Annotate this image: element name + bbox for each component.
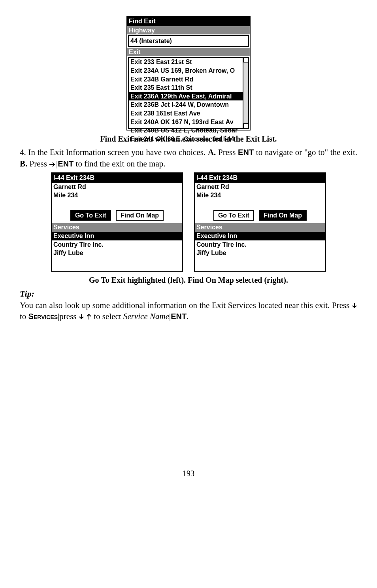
text: 4. In the Exit Information screen you ha… xyxy=(20,147,208,157)
page: Find Exit Highway 44 (Interstate) Exit E… xyxy=(20,16,357,479)
key-ent: ENT xyxy=(58,159,74,168)
list-item[interactable]: Exit 238 161st East Ave xyxy=(129,109,248,118)
list-item[interactable]: Jiffy Lube xyxy=(52,249,182,257)
arrow-right-icon xyxy=(49,162,56,167)
list-item[interactable]: Exit 240B US 412 E, Choteau, Siloar xyxy=(129,126,248,135)
find-on-map-button[interactable]: Find On Map xyxy=(116,210,164,221)
list-item[interactable]: Exit 234B Garnett Rd xyxy=(129,75,248,84)
services-list[interactable]: Executive Inn Country Tire Inc. Jiffy Lu… xyxy=(52,232,182,271)
list-item[interactable]: Exit 236A 129th Ave East, Admiral xyxy=(129,92,248,101)
text: Press xyxy=(216,147,238,157)
exit-list[interactable]: Exit 233 East 21st StExit 234A US 169, B… xyxy=(128,57,249,129)
figure-2: I-44 Exit 234B Garnett Rd Mile 234 Go To… xyxy=(20,172,357,272)
services-list[interactable]: Executive Inn Country Tire Inc. Jiffy Lu… xyxy=(195,232,325,271)
find-on-map-button[interactable]: Find On Map xyxy=(259,210,307,221)
services-label: Services xyxy=(195,223,325,232)
tip-heading: Tip: xyxy=(20,288,357,300)
text: to select xyxy=(92,312,123,321)
page-number: 193 xyxy=(20,468,357,479)
key-ent: ENT xyxy=(238,148,254,157)
mile-label: Mile 234 xyxy=(52,191,182,200)
exit-name: Garnett Rd xyxy=(52,183,182,191)
exit-label: Exit xyxy=(127,48,250,57)
text: to navigate or "go to" the exit. xyxy=(254,147,357,157)
go-to-exit-button[interactable]: Go To Exit xyxy=(213,210,254,221)
scrollbar[interactable] xyxy=(243,58,248,128)
text: B. xyxy=(20,159,27,168)
text: to xyxy=(20,312,28,321)
list-item[interactable]: Jiffy Lube xyxy=(195,249,325,257)
list-item[interactable]: Executive Inn xyxy=(52,232,182,240)
arrow-down-icon xyxy=(352,303,357,309)
key-services: Services xyxy=(28,312,58,321)
list-item[interactable]: Country Tire Inc. xyxy=(52,240,182,249)
scroll-up-icon[interactable] xyxy=(243,58,248,62)
exit-info-window-right: I-44 Exit 234B Garnett Rd Mile 234 Go To… xyxy=(194,172,326,272)
text: |press xyxy=(58,312,79,321)
list-item[interactable]: Executive Inn xyxy=(195,232,325,240)
key-ent: ENT xyxy=(171,312,187,321)
highway-label: Highway xyxy=(127,26,250,35)
mile-label: Mile 234 xyxy=(195,191,325,200)
arrow-up-icon xyxy=(86,314,92,320)
step-4-paragraph: 4. In the Exit Information screen you ha… xyxy=(20,147,357,169)
highway-field[interactable]: 44 (Interstate) xyxy=(128,35,249,47)
figure-1: Find Exit Highway 44 (Interstate) Exit E… xyxy=(20,16,357,130)
list-item[interactable]: Exit 234A US 169, Broken Arrow, O xyxy=(129,66,248,75)
window-title: Find Exit xyxy=(127,17,250,26)
services-label: Services xyxy=(52,223,182,232)
text: A. xyxy=(208,147,216,157)
text: Press xyxy=(27,159,49,168)
list-item[interactable]: Exit 236B Jct I-244 W, Downtown xyxy=(129,100,248,109)
window-title: I-44 Exit 234B xyxy=(52,173,182,183)
tip-body: You can also look up some additional inf… xyxy=(20,300,357,322)
list-item[interactable]: Exit 233 East 21st St xyxy=(129,58,248,66)
list-item[interactable]: Exit 235 East 11th St xyxy=(129,83,248,92)
text: to find the exit on the map. xyxy=(74,159,165,168)
window-title: I-44 Exit 234B xyxy=(195,173,325,183)
exit-name: Garnett Rd xyxy=(195,183,325,191)
exit-info-window-left: I-44 Exit 234B Garnett Rd Mile 234 Go To… xyxy=(51,172,183,272)
find-exit-window: Find Exit Highway 44 (Interstate) Exit E… xyxy=(126,16,251,130)
list-item[interactable]: Country Tire Inc. xyxy=(195,240,325,249)
list-item[interactable]: Exit 240A OK 167 N, 193rd East Av xyxy=(129,118,248,127)
list-item[interactable]: Exit 241 OK 66 E, Catoosa, Jct I-44 xyxy=(129,135,248,144)
text: . xyxy=(187,312,188,321)
arrow-down-icon xyxy=(79,314,84,320)
text: You can also look up some additional inf… xyxy=(20,301,352,310)
go-to-exit-button[interactable]: Go To Exit xyxy=(70,210,111,221)
scroll-down-icon[interactable] xyxy=(243,123,248,128)
text: Service Name xyxy=(123,312,169,321)
figure-2-caption: Go To Exit highlighted (left). Find On M… xyxy=(20,275,357,285)
